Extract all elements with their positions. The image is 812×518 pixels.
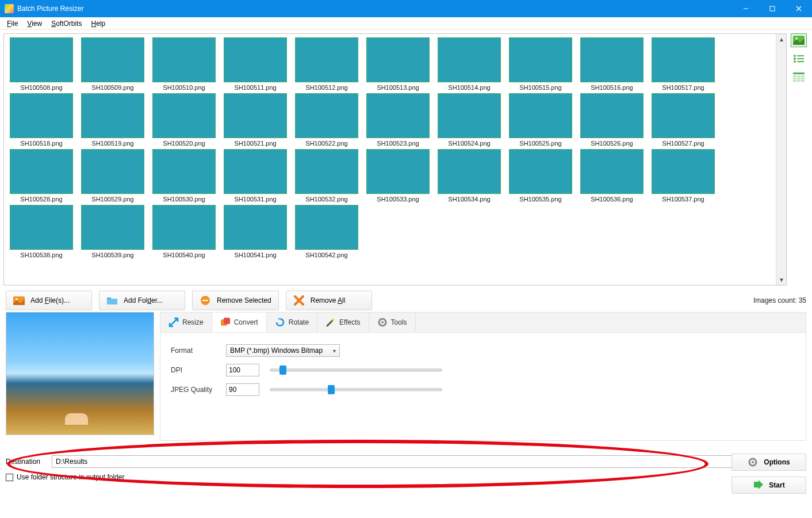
thumbnail-item[interactable]: SH100512.png — [293, 37, 361, 91]
minimize-button[interactable] — [733, 0, 759, 17]
thumbnail-item[interactable]: SH100517.png — [649, 37, 717, 91]
thumbnail-item[interactable]: SH100542.png — [293, 205, 361, 258]
menu-help[interactable]: Help — [87, 18, 110, 29]
format-select[interactable]: BMP (*.bmp) Windows Bitmap ▾ — [226, 344, 340, 357]
thumbnail-item[interactable]: SH100532.png — [293, 149, 361, 203]
scroll-down-icon[interactable]: ▾ — [776, 275, 786, 285]
tab-effects[interactable]: Effects — [317, 313, 369, 332]
thumbnail-grid[interactable]: SH100508.pngSH100509.pngSH100510.pngSH10… — [4, 34, 776, 285]
jpeg-label: JPEG Quality — [171, 386, 216, 394]
scroll-up-icon[interactable]: ▴ — [776, 34, 786, 44]
jpeg-slider[interactable] — [270, 388, 442, 391]
thumbnail-image — [652, 37, 715, 82]
thumbnail-item[interactable]: SH100536.png — [578, 149, 646, 203]
thumbnail-item[interactable]: SH100533.png — [364, 149, 432, 203]
svg-rect-13 — [793, 75, 796, 77]
tab-rotate[interactable]: Rotate — [267, 313, 317, 332]
destination-label: Destination — [6, 458, 47, 466]
svg-rect-16 — [793, 78, 796, 79]
thumbnail-item[interactable]: SH100509.png — [79, 37, 147, 91]
tab-tools[interactable]: Tools — [369, 313, 416, 332]
menu-bar: File View SoftOrbits Help — [0, 17, 812, 30]
svg-point-6 — [794, 55, 796, 57]
thumbnail-item[interactable]: SH100525.png — [507, 93, 574, 147]
thumbnail-caption: SH100522.png — [305, 140, 347, 147]
thumbnail-item[interactable]: SH100523.png — [364, 93, 432, 147]
thumbnail-item[interactable]: SH100541.png — [221, 205, 289, 258]
tab-convert[interactable]: Convert — [212, 313, 267, 332]
thumbnail-caption: SH100509.png — [91, 84, 133, 91]
thumbnail-item[interactable]: SH100510.png — [150, 37, 218, 91]
gear-icon — [748, 457, 758, 467]
thumbnail-item[interactable]: SH100515.png — [507, 37, 574, 91]
thumbnail-item[interactable]: SH100520.png — [150, 93, 218, 147]
thumbnail-item[interactable]: SH100529.png — [79, 149, 147, 203]
thumbnail-caption: SH100535.png — [519, 196, 561, 203]
use-folder-structure-label: Use folder structure in output folder — [17, 473, 124, 481]
thumbnail-image — [81, 205, 144, 250]
menu-softorbits[interactable]: SoftOrbits — [47, 18, 86, 29]
thumbnail-caption: SH100518.png — [20, 140, 62, 147]
svg-rect-15 — [801, 75, 805, 77]
remove-all-button[interactable]: Remove All — [286, 291, 372, 310]
thumbnail-image — [10, 37, 73, 82]
thumbnail-item[interactable]: SH100535.png — [507, 149, 574, 203]
thumbnail-item[interactable]: SH100513.png — [364, 37, 432, 91]
thumbnail-item[interactable]: SH100540.png — [150, 205, 218, 258]
maximize-button[interactable] — [759, 0, 786, 17]
dpi-input[interactable] — [226, 364, 259, 376]
folder-icon — [106, 295, 118, 306]
thumbnail-item[interactable]: SH100534.png — [435, 149, 503, 203]
menu-view[interactable]: View — [22, 18, 47, 29]
thumbnail-image — [652, 149, 715, 194]
thumbnail-image — [10, 93, 73, 138]
format-value: BMP (*.bmp) Windows Bitmap — [230, 346, 323, 355]
use-folder-structure-row: Use folder structure in output folder — [6, 473, 806, 481]
thumbnail-item[interactable]: SH100538.png — [7, 205, 75, 258]
remove-selected-button[interactable]: Remove Selected — [192, 291, 279, 310]
jpeg-input[interactable] — [226, 383, 259, 396]
thumbnail-item[interactable]: SH100537.png — [649, 149, 717, 203]
close-button[interactable] — [786, 0, 812, 17]
right-actions: Options Start — [731, 454, 806, 494]
thumbnail-item[interactable]: SH100522.png — [293, 93, 361, 147]
menu-file[interactable]: File — [2, 18, 22, 29]
thumbnail-item[interactable]: SH100511.png — [221, 37, 289, 91]
thumbnail-caption: SH100533.png — [377, 196, 419, 203]
thumbnail-image — [438, 37, 501, 82]
tabs-area: Resize Convert Rotate Effects Tools Form… — [160, 312, 806, 441]
add-files-button[interactable]: Add File(s)... — [6, 291, 92, 310]
thumbnail-item[interactable]: SH100531.png — [221, 149, 289, 203]
start-button[interactable]: Start — [731, 477, 806, 494]
thumbnail-item[interactable]: SH100528.png — [7, 149, 75, 203]
add-folder-label: Add Folder... — [124, 296, 163, 304]
thumbnail-caption: SH100524.png — [448, 140, 490, 147]
thumbnail-item[interactable]: SH100526.png — [578, 93, 646, 147]
thumbnail-scrollbar[interactable]: ▴ ▾ — [776, 34, 786, 285]
thumbnail-caption: SH100536.png — [591, 196, 633, 203]
svg-rect-20 — [797, 80, 800, 82]
thumbnail-item[interactable]: SH100521.png — [221, 93, 289, 147]
thumbnail-item[interactable]: SH100524.png — [435, 93, 503, 147]
scroll-track[interactable] — [776, 44, 786, 275]
thumbnail-item[interactable]: SH100527.png — [649, 93, 717, 147]
thumbnail-item[interactable]: SH100539.png — [79, 205, 147, 258]
thumbnail-item[interactable]: SH100519.png — [79, 93, 147, 147]
thumbnail-caption: SH100510.png — [163, 84, 205, 91]
thumbnail-item[interactable]: SH100508.png — [7, 37, 75, 91]
add-folder-button[interactable]: Add Folder... — [99, 291, 185, 310]
destination-input[interactable]: D:\Results ▾ — [52, 455, 783, 468]
add-files-label: Add File(s)... — [30, 296, 70, 304]
view-thumbnails-button[interactable] — [791, 33, 807, 47]
thumbnail-item[interactable]: SH100518.png — [7, 93, 75, 147]
thumbnail-item[interactable]: SH100516.png — [578, 37, 646, 91]
thumbnail-item[interactable]: SH100514.png — [435, 37, 503, 91]
options-button[interactable]: Options — [731, 454, 806, 471]
view-details-button[interactable] — [791, 70, 807, 84]
use-folder-structure-checkbox[interactable] — [6, 474, 13, 481]
thumbnail-caption: SH100508.png — [20, 84, 62, 91]
thumbnail-item[interactable]: SH100530.png — [150, 149, 218, 203]
view-list-button[interactable] — [791, 52, 807, 66]
tab-resize[interactable]: Resize — [160, 313, 212, 332]
dpi-slider[interactable] — [270, 368, 442, 372]
